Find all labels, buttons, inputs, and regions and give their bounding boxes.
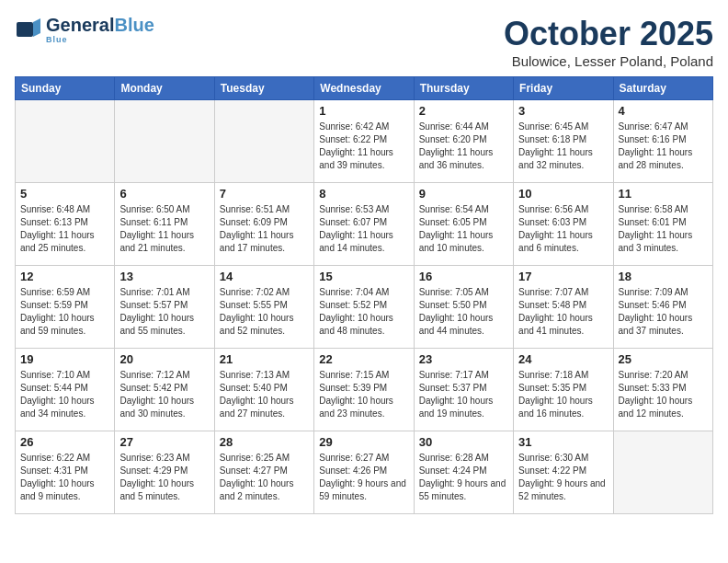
day-number: 2: [419, 104, 508, 118]
day-info: Sunrise: 6:58 AM Sunset: 6:01 PM Dayligh…: [619, 203, 708, 255]
day-cell: 7Sunrise: 6:51 AM Sunset: 6:09 PM Daylig…: [214, 183, 313, 266]
day-info: Sunrise: 6:50 AM Sunset: 6:11 PM Dayligh…: [119, 203, 209, 255]
day-info: Sunrise: 6:30 AM Sunset: 4:22 PM Dayligh…: [518, 452, 608, 503]
day-cell: 21Sunrise: 7:13 AM Sunset: 5:40 PM Dayli…: [214, 349, 313, 431]
calendar-table: SundayMondayTuesdayWednesdayThursdayFrid…: [15, 76, 713, 514]
day-number: 25: [619, 352, 708, 366]
day-cell: 15Sunrise: 7:04 AM Sunset: 5:52 PM Dayli…: [314, 266, 414, 349]
day-info: Sunrise: 6:27 AM Sunset: 4:26 PM Dayligh…: [319, 452, 408, 503]
day-info: Sunrise: 7:05 AM Sunset: 5:50 PM Dayligh…: [419, 286, 508, 338]
week-row: 1Sunrise: 6:42 AM Sunset: 6:22 PM Daylig…: [16, 100, 713, 183]
day-number: 27: [119, 435, 209, 449]
page-header: GeneralBlue Blue October 2025 Bulowice, …: [15, 15, 713, 69]
day-cell: 2Sunrise: 6:44 AM Sunset: 6:20 PM Daylig…: [414, 100, 513, 183]
day-info: Sunrise: 6:53 AM Sunset: 6:07 PM Dayligh…: [319, 203, 408, 255]
day-number: 17: [518, 270, 608, 283]
calendar-subtitle: Bulowice, Lesser Poland, Poland: [504, 53, 713, 69]
day-cell: [214, 100, 313, 183]
day-number: 15: [319, 270, 408, 283]
day-cell: 13Sunrise: 7:01 AM Sunset: 5:57 PM Dayli…: [115, 266, 214, 349]
day-cell: 8Sunrise: 6:53 AM Sunset: 6:07 PM Daylig…: [314, 183, 414, 266]
day-cell: 22Sunrise: 7:15 AM Sunset: 5:39 PM Dayli…: [314, 349, 414, 431]
day-cell: 4Sunrise: 6:47 AM Sunset: 6:16 PM Daylig…: [613, 100, 712, 183]
day-info: Sunrise: 7:02 AM Sunset: 5:55 PM Dayligh…: [220, 286, 309, 338]
day-info: Sunrise: 6:48 AM Sunset: 6:13 PM Dayligh…: [20, 203, 109, 255]
weekday-header: Saturday: [613, 77, 712, 100]
day-cell: 27Sunrise: 6:23 AM Sunset: 4:29 PM Dayli…: [115, 431, 214, 514]
day-cell: 17Sunrise: 7:07 AM Sunset: 5:48 PM Dayli…: [514, 266, 613, 349]
day-number: 16: [419, 270, 508, 283]
day-number: 12: [20, 270, 109, 283]
week-row: 19Sunrise: 7:10 AM Sunset: 5:44 PM Dayli…: [16, 349, 713, 431]
day-info: Sunrise: 6:51 AM Sunset: 6:09 PM Dayligh…: [220, 203, 309, 255]
week-row: 12Sunrise: 6:59 AM Sunset: 5:59 PM Dayli…: [16, 266, 713, 349]
day-cell: 3Sunrise: 6:45 AM Sunset: 6:18 PM Daylig…: [514, 100, 613, 183]
week-row: 5Sunrise: 6:48 AM Sunset: 6:13 PM Daylig…: [16, 183, 713, 266]
day-info: Sunrise: 6:47 AM Sunset: 6:16 PM Dayligh…: [619, 121, 708, 172]
day-number: 29: [319, 435, 408, 449]
day-info: Sunrise: 6:23 AM Sunset: 4:29 PM Dayligh…: [119, 452, 209, 503]
svg-rect-0: [17, 22, 33, 37]
day-info: Sunrise: 7:20 AM Sunset: 5:33 PM Dayligh…: [619, 369, 708, 420]
day-number: 30: [419, 435, 508, 449]
day-cell: 9Sunrise: 6:54 AM Sunset: 6:05 PM Daylig…: [414, 183, 513, 266]
day-cell: 10Sunrise: 6:56 AM Sunset: 6:03 PM Dayli…: [514, 183, 613, 266]
day-number: 7: [220, 187, 309, 201]
day-cell: 26Sunrise: 6:22 AM Sunset: 4:31 PM Dayli…: [16, 431, 115, 514]
title-block: October 2025 Bulowice, Lesser Poland, Po…: [504, 15, 713, 69]
day-info: Sunrise: 6:42 AM Sunset: 6:22 PM Dayligh…: [319, 121, 408, 172]
day-info: Sunrise: 7:01 AM Sunset: 5:57 PM Dayligh…: [119, 286, 209, 338]
weekday-header: Friday: [514, 77, 613, 100]
day-cell: 16Sunrise: 7:05 AM Sunset: 5:50 PM Dayli…: [414, 266, 513, 349]
day-cell: [16, 100, 115, 183]
day-number: 22: [319, 352, 408, 366]
day-number: 24: [518, 352, 608, 366]
day-cell: [613, 431, 712, 514]
day-cell: 19Sunrise: 7:10 AM Sunset: 5:44 PM Dayli…: [16, 349, 115, 431]
day-number: 28: [220, 435, 309, 449]
weekday-header: Thursday: [414, 77, 513, 100]
day-number: 6: [119, 187, 209, 201]
logo-text: GeneralBlue: [46, 15, 154, 35]
day-cell: 11Sunrise: 6:58 AM Sunset: 6:01 PM Dayli…: [613, 183, 712, 266]
day-cell: 1Sunrise: 6:42 AM Sunset: 6:22 PM Daylig…: [314, 100, 414, 183]
day-info: Sunrise: 6:44 AM Sunset: 6:20 PM Dayligh…: [419, 121, 508, 172]
day-number: 10: [518, 187, 608, 201]
svg-marker-1: [33, 18, 40, 37]
day-number: 21: [220, 352, 309, 366]
day-info: Sunrise: 6:56 AM Sunset: 6:03 PM Dayligh…: [518, 203, 608, 255]
day-cell: 31Sunrise: 6:30 AM Sunset: 4:22 PM Dayli…: [514, 431, 613, 514]
day-number: 14: [220, 270, 309, 283]
day-info: Sunrise: 7:12 AM Sunset: 5:42 PM Dayligh…: [119, 369, 209, 420]
logo: GeneralBlue Blue: [15, 15, 154, 44]
day-info: Sunrise: 7:07 AM Sunset: 5:48 PM Dayligh…: [518, 286, 608, 338]
day-number: 13: [119, 270, 209, 283]
day-number: 1: [319, 104, 408, 118]
day-cell: 23Sunrise: 7:17 AM Sunset: 5:37 PM Dayli…: [414, 349, 513, 431]
day-info: Sunrise: 6:25 AM Sunset: 4:27 PM Dayligh…: [220, 452, 309, 503]
logo-tagline: Blue: [46, 35, 154, 44]
day-cell: 20Sunrise: 7:12 AM Sunset: 5:42 PM Dayli…: [115, 349, 214, 431]
day-cell: 18Sunrise: 7:09 AM Sunset: 5:46 PM Dayli…: [613, 266, 712, 349]
day-cell: 29Sunrise: 6:27 AM Sunset: 4:26 PM Dayli…: [314, 431, 414, 514]
day-number: 26: [20, 435, 109, 449]
day-cell: 6Sunrise: 6:50 AM Sunset: 6:11 PM Daylig…: [115, 183, 214, 266]
day-cell: 12Sunrise: 6:59 AM Sunset: 5:59 PM Dayli…: [16, 266, 115, 349]
day-cell: [115, 100, 214, 183]
weekday-header: Monday: [115, 77, 214, 100]
day-cell: 30Sunrise: 6:28 AM Sunset: 4:24 PM Dayli…: [414, 431, 513, 514]
day-info: Sunrise: 7:18 AM Sunset: 5:35 PM Dayligh…: [518, 369, 608, 420]
day-info: Sunrise: 6:22 AM Sunset: 4:31 PM Dayligh…: [20, 452, 109, 503]
day-info: Sunrise: 6:54 AM Sunset: 6:05 PM Dayligh…: [419, 203, 508, 255]
day-info: Sunrise: 7:09 AM Sunset: 5:46 PM Dayligh…: [619, 286, 708, 338]
day-info: Sunrise: 7:15 AM Sunset: 5:39 PM Dayligh…: [319, 369, 408, 420]
day-info: Sunrise: 6:59 AM Sunset: 5:59 PM Dayligh…: [20, 286, 109, 338]
day-cell: 24Sunrise: 7:18 AM Sunset: 5:35 PM Dayli…: [514, 349, 613, 431]
day-number: 23: [419, 352, 508, 366]
day-info: Sunrise: 7:13 AM Sunset: 5:40 PM Dayligh…: [220, 369, 309, 420]
day-number: 19: [20, 352, 109, 366]
day-number: 18: [619, 270, 708, 283]
week-row: 26Sunrise: 6:22 AM Sunset: 4:31 PM Dayli…: [16, 431, 713, 514]
day-info: Sunrise: 7:17 AM Sunset: 5:37 PM Dayligh…: [419, 369, 508, 420]
day-number: 31: [518, 435, 608, 449]
